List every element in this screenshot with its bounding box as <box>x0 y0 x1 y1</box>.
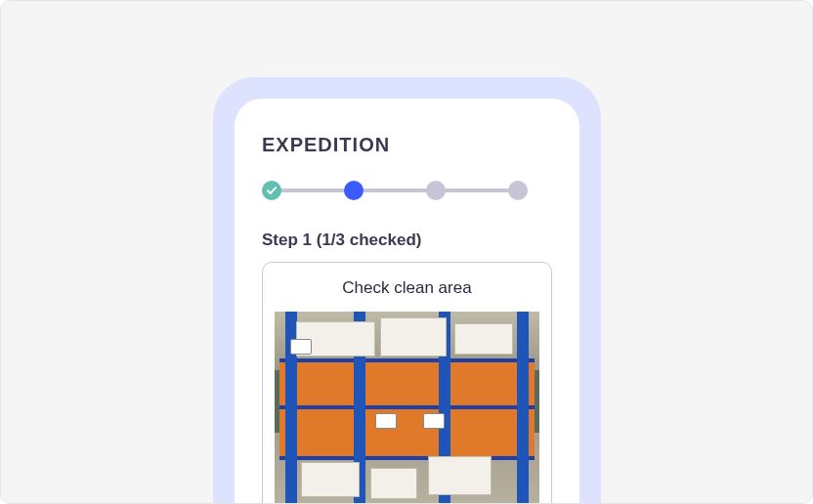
shelf-tag-icon <box>290 339 312 355</box>
page-title: EXPEDITION <box>262 134 552 156</box>
device-frame: EXPEDITION Step 1 (1/3 checked) Check cl… <box>213 77 601 504</box>
stepper-line <box>272 189 518 192</box>
warehouse-shelf-beam <box>279 405 534 460</box>
shelf-tag-icon <box>423 413 445 429</box>
warehouse-box <box>428 456 492 495</box>
step-1-completed[interactable] <box>262 181 281 200</box>
canvas-background: EXPEDITION Step 1 (1/3 checked) Check cl… <box>0 0 813 504</box>
warehouse-box <box>370 468 418 499</box>
step-3-pending[interactable] <box>426 181 446 200</box>
progress-stepper <box>262 180 528 201</box>
warehouse-box <box>454 323 513 355</box>
shelf-tag-icon <box>375 413 397 429</box>
step-4-pending[interactable] <box>508 181 528 200</box>
check-icon <box>266 185 278 196</box>
step-2-active[interactable] <box>344 181 364 200</box>
app-screen: EXPEDITION Step 1 (1/3 checked) Check cl… <box>235 99 579 504</box>
task-card[interactable]: Check clean area <box>262 262 552 504</box>
step-status-label: Step 1 (1/3 checked) <box>262 231 552 250</box>
warehouse-upright <box>517 312 529 504</box>
warehouse-box <box>380 317 447 357</box>
warehouse-box <box>301 462 360 497</box>
task-card-image <box>275 312 539 504</box>
task-card-title: Check clean area <box>263 263 551 312</box>
